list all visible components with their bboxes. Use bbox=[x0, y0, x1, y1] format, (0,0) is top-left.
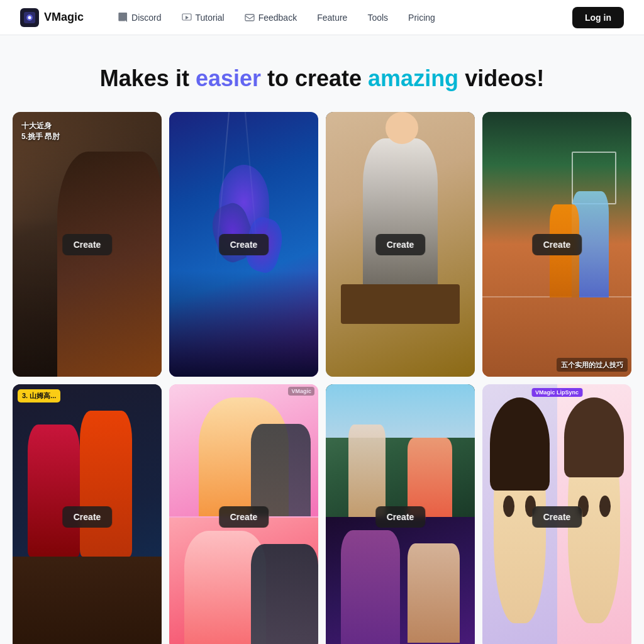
nav-discord[interactable]: Discord bbox=[109, 8, 170, 28]
nav-links: Discord Tutorial Feedback Feature Tools bbox=[109, 8, 572, 28]
nav-tutorial-label: Tutorial bbox=[196, 13, 225, 23]
nav-feedback-label: Feedback bbox=[258, 13, 297, 23]
card-5-create-btn[interactable]: Create bbox=[62, 506, 113, 528]
nav-feature-label: Feature bbox=[317, 13, 347, 23]
hero-middle: to create bbox=[261, 65, 368, 91]
nav-discord-label: Discord bbox=[131, 13, 161, 23]
gallery-item-1[interactable]: 十大近身 5.挑手 昂肘 Create bbox=[13, 112, 162, 377]
card-5-badge: 3. 山姆高... bbox=[18, 389, 60, 402]
hero-suffix: videos! bbox=[458, 65, 544, 91]
gallery-row-1: 十大近身 5.挑手 昂肘 Create Create bbox=[13, 112, 631, 377]
logo-icon bbox=[20, 8, 39, 27]
brand-logo[interactable]: VMagic bbox=[20, 8, 84, 27]
nav-feature[interactable]: Feature bbox=[308, 8, 356, 28]
card-1-create-btn[interactable]: Create bbox=[62, 234, 113, 255]
gallery-item-3[interactable]: Create bbox=[326, 112, 475, 377]
card-3-create-btn[interactable]: Create bbox=[375, 234, 426, 255]
brand-name: VMagic bbox=[44, 11, 84, 24]
gallery-item-7[interactable]: Create bbox=[326, 384, 475, 644]
navbar: VMagic Discord Tutorial Feedback bbox=[0, 0, 644, 35]
hero-prefix: Makes it bbox=[100, 65, 196, 91]
gallery-item-2[interactable]: Create bbox=[169, 112, 318, 377]
hero-easier: easier bbox=[196, 65, 261, 91]
gallery-row-2: 3. 山姆高... Create VMagic Create bbox=[13, 384, 631, 644]
nav-feedback[interactable]: Feedback bbox=[236, 8, 306, 28]
tutorial-icon bbox=[182, 13, 192, 23]
hero-amazing: amazing bbox=[368, 65, 458, 91]
nav-tutorial[interactable]: Tutorial bbox=[173, 8, 233, 28]
hero-section: Makes it easier to create amazing videos… bbox=[0, 35, 644, 112]
discord-icon bbox=[118, 13, 128, 23]
gallery: 十大近身 5.挑手 昂肘 Create Create bbox=[0, 112, 644, 644]
card-8-create-btn[interactable]: Create bbox=[532, 506, 582, 528]
gallery-item-4[interactable]: 五个实用的过人技巧 Create bbox=[482, 112, 631, 377]
nav-pricing-label: Pricing bbox=[408, 13, 435, 23]
feedback-icon bbox=[245, 13, 255, 23]
card-7-create-btn[interactable]: Create bbox=[375, 506, 426, 528]
card-6-create-btn[interactable]: Create bbox=[219, 506, 269, 528]
card-4-overlay-text: 五个实用的过人技巧 bbox=[557, 358, 628, 372]
login-button[interactable]: Log in bbox=[572, 7, 624, 28]
svg-rect-4 bbox=[245, 14, 254, 21]
card-4-create-btn[interactable]: Create bbox=[532, 234, 582, 255]
card-2-create-btn[interactable]: Create bbox=[219, 234, 269, 255]
card-8-lipsync-label: VMagic LipSync bbox=[531, 388, 582, 397]
card-6-vmagic-label: VMagic bbox=[288, 387, 314, 396]
hero-title: Makes it easier to create amazing videos… bbox=[13, 65, 631, 92]
nav-pricing[interactable]: Pricing bbox=[399, 8, 444, 28]
svg-point-2 bbox=[28, 16, 31, 19]
nav-tools[interactable]: Tools bbox=[358, 8, 397, 28]
gallery-item-5[interactable]: 3. 山姆高... Create bbox=[13, 384, 162, 644]
card-1-overlay-text: 十大近身 5.挑手 昂肘 bbox=[16, 117, 65, 146]
gallery-item-6[interactable]: VMagic Create bbox=[169, 384, 318, 644]
gallery-item-8[interactable]: VMagic LipSync Create bbox=[482, 384, 631, 644]
nav-tools-label: Tools bbox=[367, 13, 388, 23]
